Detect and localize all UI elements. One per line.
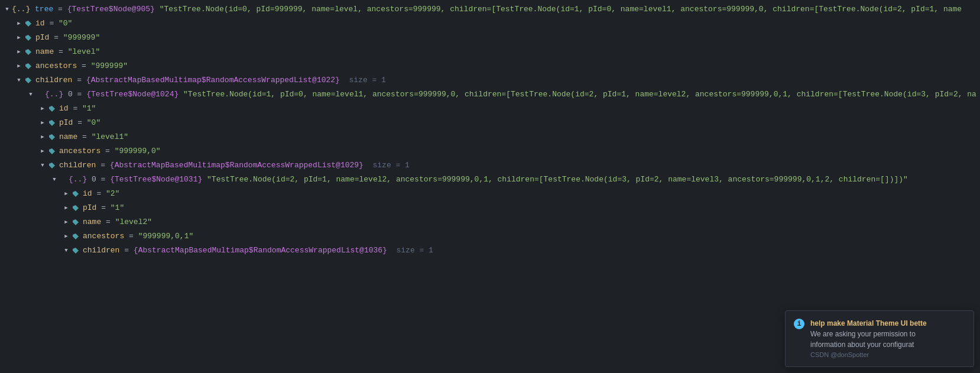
toggle-ancestors-0[interactable] [14,61,24,71]
key-children-2: children [83,244,119,258]
key-pid-0: pId [35,31,49,45]
tag-icon-id-1 [47,105,57,113]
root-eq [30,2,35,17]
tree-view: {..} tree = {TestTree$Node@905} "TestTre… [0,0,980,260]
line-name-0[interactable]: name = "level" [0,45,980,59]
root-toggle[interactable] [2,5,12,14]
toggle-name-2[interactable] [61,218,71,227]
tag-icon-pid-0 [24,34,33,42]
toggle-id-2[interactable] [61,189,71,199]
tag-icon-id-0 [24,20,33,28]
toggle-children-1[interactable] [38,161,47,170]
key-children-1: children [59,158,96,173]
key-name-0: name [35,45,54,59]
child-0-obj-ref: {TestTree$Node@1024} [86,87,179,102]
key-ancestors-0: ancestors [35,59,77,73]
tag-icon-name-1 [47,133,57,141]
key-ancestors-2: ancestors [83,229,124,244]
val-name-2: "level2" [115,215,152,229]
line-ancestors-2[interactable]: ancestors = "999999,0,1" [0,229,980,244]
line-children-0[interactable]: children = {AbstractMapBasedMultimap$Ran… [0,73,980,87]
val-children-1: {AbstractMapBasedMultimap$RandomAccessWr… [110,158,364,173]
root-str-val: "TestTree.Node(id=0, pId=999999, name=le… [155,2,962,17]
tag-icon-ancestors-1 [47,147,57,155]
toggle-pid-1[interactable] [38,118,47,128]
tag-icon-name-2 [71,218,80,226]
notification-panel[interactable]: i help make Material Theme UI bette We a… [785,310,974,368]
key-name-1: name [59,130,77,144]
val-ancestors-2: "999999,0,1" [138,229,194,244]
toggle-name-0[interactable] [14,47,24,57]
val-id-1: "1" [82,102,96,116]
toggle-child-1[interactable] [50,175,59,184]
toggle-pid-2[interactable] [61,203,71,213]
child-1-str: "TestTree.Node(id=2, pId=1, name=level2,… [202,173,908,187]
notification-content: help make Material Theme UI bette We are… [810,318,927,360]
root-name: tree [35,2,53,17]
line-pid-0[interactable]: pId = "999999" [0,31,980,45]
line-child-1[interactable]: {..} 0 = {TestTree$Node@1031} "TestTree.… [0,173,980,187]
root-obj-ref: {TestTree$Node@905} [67,2,155,17]
val-pid-0: "999999" [63,31,100,45]
line-id-1[interactable]: id = "1" [0,102,980,116]
notification-line2: information about your configurat [810,339,927,350]
toggle-child-0[interactable] [26,90,35,99]
line-ancestors-1[interactable]: ancestors = "999999,0" [0,144,980,158]
notification-info-icon: i [794,319,804,329]
val-id-2: "2" [106,187,119,201]
val-ancestors-0: "999999" [91,59,128,73]
key-id-2: id [83,187,92,201]
line-id-2[interactable]: id = "2" [0,187,980,201]
line-ancestors-0[interactable]: ancestors = "999999" [0,59,980,73]
line-children-2[interactable]: children = {AbstractMapBasedMultimap$Ran… [0,244,980,258]
tag-icon-ancestors-0 [24,62,33,70]
val-ancestors-1: "999999,0" [115,144,161,158]
key-pid-1: pId [59,116,73,130]
key-children-0: children [35,73,72,87]
toggle-ancestors-1[interactable] [38,147,47,156]
val-id-0: "0" [59,17,72,31]
child-1-obj-ref: {TestTree$Node@1031} [110,173,202,187]
line-children-1[interactable]: children = {AbstractMapBasedMultimap$Ran… [0,158,980,173]
key-id-1: id [59,102,69,116]
notification-source: CSDN @donSpotter [810,350,927,360]
val-children-2: {AbstractMapBasedMultimap$RandomAccessWr… [134,244,387,258]
root-line[interactable]: {..} tree = {TestTree$Node@905} "TestTre… [0,2,980,17]
toggle-pid-0[interactable] [14,33,24,43]
child-1-ref-brace: {..} [69,173,87,187]
toggle-children-2[interactable] [61,246,71,255]
children-0-size: size = 1 [340,73,386,87]
tag-icon-children-0 [24,76,33,85]
tag-icon-id-2 [71,190,80,198]
line-name-2[interactable]: name = "level2" [0,215,980,229]
toggle-children-0[interactable] [14,76,24,85]
val-name-1: "level1" [92,130,128,144]
tag-icon-children-1 [47,161,57,170]
line-pid-2[interactable]: pId = "1" [0,201,980,215]
root-var: {..} [12,2,30,17]
line-name-1[interactable]: name = "level1" [0,130,980,144]
child-0-ref-brace: {..} [45,87,63,102]
line-id-0[interactable]: id = "0" [0,17,980,31]
key-ancestors-1: ancestors [59,144,100,158]
tag-icon-pid-1 [47,119,57,127]
toggle-ancestors-2[interactable] [61,232,71,241]
children-1-size: size = 1 [364,158,410,173]
val-pid-2: "1" [111,201,124,215]
children-2-size: size = 1 [387,244,433,258]
line-pid-1[interactable]: pId = "0" [0,116,980,130]
tag-icon-name-0 [24,48,33,56]
key-id-0: id [35,17,45,31]
toggle-id-1[interactable] [38,104,47,113]
line-child-0[interactable]: {..} 0 = {TestTree$Node@1024} "TestTree.… [0,87,980,102]
key-name-2: name [83,215,101,229]
toggle-id-0[interactable] [14,19,24,28]
tag-icon-ancestors-2 [71,232,80,241]
child-0-str: "TestTree.Node(id=1, pId=0, name=level1,… [179,87,976,102]
val-name-0: "level" [68,45,100,59]
notification-line1: We are asking your permission to [810,329,927,339]
tag-icon-pid-2 [71,204,80,212]
tag-icon-children-2 [71,246,80,255]
toggle-name-1[interactable] [38,132,47,142]
val-pid-1: "0" [87,116,100,130]
